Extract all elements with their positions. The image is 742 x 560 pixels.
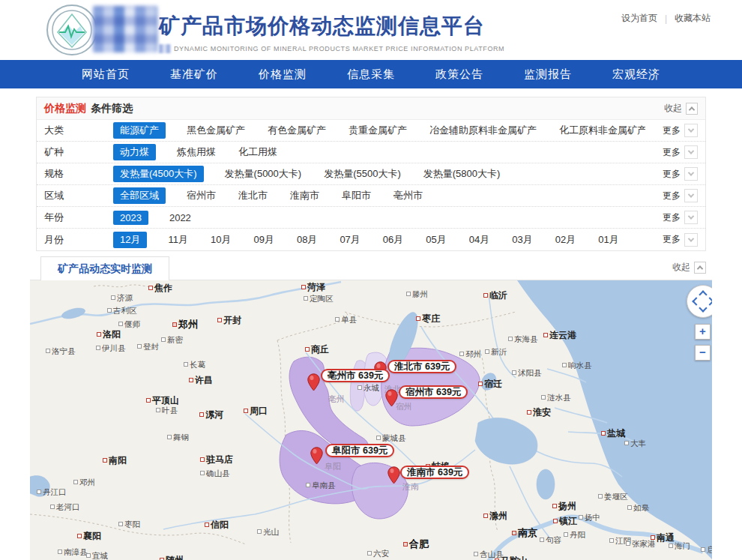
price-label[interactable]: 宿州市 639元 (399, 385, 468, 399)
filter-row: 规格发热量(4500大卡)发热量(5000大卡)发热量(5500大卡)发热量(5… (37, 163, 705, 185)
map-city-label: 姜堰区 (598, 492, 628, 502)
filter-option[interactable]: 03月 (510, 232, 534, 248)
map-city-label: 淮南 (402, 481, 419, 493)
filter-section-tag: 价格监测 (44, 102, 86, 115)
filter-option[interactable]: 2023 (113, 211, 148, 225)
more-button[interactable]: 更多 (645, 124, 698, 137)
filter-row-label: 大类 (44, 124, 113, 137)
pan-up-icon[interactable] (699, 290, 707, 298)
filter-option[interactable]: 亳州市 (392, 187, 424, 204)
chevron-down-glyph (688, 213, 694, 219)
filter-option[interactable]: 07月 (338, 232, 361, 248)
price-label[interactable]: 阜阳市 639元 (325, 444, 394, 457)
pan-down-icon[interactable] (699, 304, 707, 312)
chevron-down-glyph (688, 126, 694, 132)
map-city-label: 涟水县 (541, 393, 571, 403)
filter-option[interactable]: 04月 (468, 232, 491, 248)
nav-item[interactable]: 网站首页 (82, 67, 130, 82)
map-section-header: 矿产品动态实时监测 收起 (30, 256, 712, 280)
more-button[interactable]: 更多 (645, 189, 698, 202)
chevron-down-icon[interactable] (684, 145, 698, 159)
filter-collapse[interactable]: 收起 (664, 102, 698, 115)
filter-row-label: 月份 (44, 233, 113, 247)
more-button[interactable]: 更多 (645, 233, 698, 247)
nav-item[interactable]: 基准矿价 (170, 67, 218, 82)
nav-item[interactable]: 价格监测 (259, 67, 307, 82)
price-pin[interactable] (307, 373, 320, 391)
filter-option[interactable]: 01月 (597, 232, 620, 248)
map-city-label: 长葛 (184, 360, 205, 370)
filter-option[interactable]: 动力煤 (113, 144, 156, 160)
price-pin[interactable] (387, 466, 400, 484)
map-section-tab[interactable]: 矿产品动态实时监测 (40, 256, 169, 281)
filter-option[interactable]: 冶金辅助原料非金属矿产 (428, 122, 538, 139)
filter-option[interactable]: 09月 (252, 232, 275, 248)
filter-option[interactable]: 2022 (168, 211, 193, 225)
map-city-label: 连云港 (543, 329, 576, 342)
map-city-label: 扬州 (552, 500, 576, 513)
filter-option[interactable]: 10月 (209, 232, 232, 248)
map-city-label: 驻马店 (200, 454, 233, 466)
map-city-label: 登封 (137, 342, 159, 352)
pan-right-icon[interactable] (705, 297, 712, 305)
zoom-out-button[interactable]: − (695, 345, 711, 361)
map-city-label: 如皋 (627, 503, 649, 514)
nav-item[interactable]: 信息采集 (347, 67, 395, 82)
chevron-down-icon[interactable] (684, 233, 698, 247)
map-city-label: 句容 (540, 535, 561, 546)
filter-option[interactable]: 淮北市 (237, 187, 269, 204)
price-label[interactable]: 淮北市 639元 (387, 360, 456, 373)
chevron-down-icon[interactable] (684, 211, 698, 224)
nav-item[interactable]: 宏观经济 (612, 67, 660, 82)
filter-option[interactable]: 有色金属矿产 (266, 122, 328, 139)
filter-option[interactable]: 02月 (554, 232, 577, 248)
chevron-down-icon[interactable] (684, 189, 698, 202)
map-city-label: 焦作 (148, 282, 172, 295)
zoom-in-button[interactable]: + (695, 324, 711, 340)
filter-option[interactable]: 05月 (424, 232, 447, 248)
nav-item[interactable]: 监测报告 (524, 67, 572, 82)
filter-option[interactable]: 阜阳市 (340, 187, 372, 204)
chevron-down-icon[interactable] (684, 124, 698, 137)
price-map[interactable]: 郑州合肥南京焦作开封洛阳许昌平顶山漯河周口商丘菏泽临沂枣庄宿迁连云港淮安盐城南阳… (30, 280, 712, 560)
filter-option[interactable]: 淮南市 (289, 187, 321, 204)
filter-option[interactable]: 宿州市 (185, 187, 217, 204)
nav-item[interactable]: 政策公告 (435, 67, 483, 82)
collapse-up-icon[interactable] (686, 103, 698, 115)
filter-option[interactable]: 全部区域 (113, 187, 166, 204)
price-label[interactable]: 亳州市 639元 (321, 369, 390, 382)
filter-options: 全部区域宿州市淮北市淮南市阜阳市亳州市 (113, 187, 645, 204)
filter-option[interactable]: 黑色金属矿产 (185, 122, 247, 139)
filter-row: 月份12月11月10月09月08月07月06月05月04月03月02月01月更多 (37, 229, 705, 250)
filter-option[interactable]: 化工用煤 (237, 144, 279, 160)
filter-option[interactable]: 化工原料非金属矿产 (558, 122, 645, 139)
filter-panel: 价格监测 条件筛选 收起 大类能源矿产黑色金属矿产有色金属矿产贵重金属矿产冶金辅… (36, 97, 706, 251)
price-label[interactable]: 淮南市 639元 (400, 466, 469, 479)
filter-option[interactable]: 发热量(4500大卡) (113, 166, 204, 182)
favorite-link[interactable]: 收藏本站 (675, 12, 711, 25)
map-city-label: 确山县 (200, 469, 230, 479)
filter-option[interactable]: 发热量(5000大卡) (223, 166, 304, 182)
filter-option[interactable]: 12月 (113, 232, 147, 248)
map-collapse[interactable]: 收起 (672, 261, 706, 274)
chevron-down-icon[interactable] (684, 167, 698, 181)
more-button[interactable]: 更多 (645, 145, 698, 159)
filter-option[interactable]: 06月 (381, 232, 405, 248)
filter-option[interactable]: 发热量(5800大卡) (422, 166, 502, 182)
price-pin[interactable] (385, 389, 398, 407)
more-button[interactable]: 更多 (645, 167, 698, 181)
map-city-label: 含山县 (474, 550, 504, 560)
filter-row-label: 矿种 (44, 145, 113, 159)
filter-option[interactable]: 贵重金属矿产 (347, 122, 408, 139)
filter-options: 动力煤炼焦用煤化工用煤 (113, 144, 645, 160)
filter-option[interactable]: 08月 (295, 232, 319, 248)
more-button[interactable]: 更多 (645, 211, 698, 224)
filter-option[interactable]: 发热量(5500大卡) (322, 166, 402, 182)
collapse-up-icon[interactable] (694, 262, 706, 274)
price-pin[interactable] (310, 447, 323, 465)
set-home-link[interactable]: 设为首页 (621, 12, 657, 25)
filter-option[interactable]: 能源矿产 (113, 122, 166, 139)
filter-option[interactable]: 炼焦用煤 (175, 144, 217, 160)
filter-option[interactable]: 11月 (166, 232, 190, 248)
pan-left-icon[interactable] (692, 297, 700, 305)
